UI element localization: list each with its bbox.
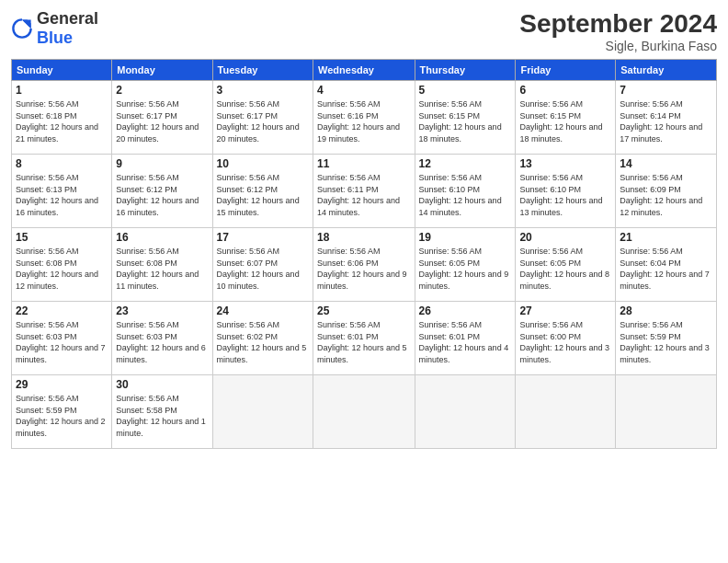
day-detail: Sunrise: 5:56 AM Sunset: 5:59 PM Dayligh… (16, 393, 108, 439)
day-cell-25: 25Sunrise: 5:56 AM Sunset: 6:01 PM Dayli… (313, 302, 415, 375)
day-detail: Sunrise: 5:56 AM Sunset: 6:04 PM Dayligh… (620, 246, 712, 292)
day-detail: Sunrise: 5:56 AM Sunset: 6:03 PM Dayligh… (116, 319, 208, 365)
day-number: 19 (419, 231, 512, 244)
empty-cell (212, 375, 313, 449)
day-detail: Sunrise: 5:56 AM Sunset: 6:16 PM Dayligh… (317, 98, 411, 144)
day-detail: Sunrise: 5:56 AM Sunset: 6:01 PM Dayligh… (419, 319, 512, 365)
day-number: 1 (16, 84, 108, 97)
day-cell-3: 3Sunrise: 5:56 AM Sunset: 6:17 PM Daylig… (212, 81, 313, 155)
day-cell-28: 28Sunrise: 5:56 AM Sunset: 5:59 PM Dayli… (616, 302, 717, 375)
day-number: 17 (217, 231, 309, 244)
day-cell-30: 30Sunrise: 5:56 AM Sunset: 5:58 PM Dayli… (112, 375, 212, 449)
week-row-4: 22Sunrise: 5:56 AM Sunset: 6:03 PM Dayli… (12, 302, 717, 375)
day-cell-16: 16Sunrise: 5:56 AM Sunset: 6:08 PM Dayli… (112, 228, 212, 302)
day-cell-26: 26Sunrise: 5:56 AM Sunset: 6:01 PM Dayli… (415, 302, 516, 375)
week-row-2: 8Sunrise: 5:56 AM Sunset: 6:13 PM Daylig… (12, 155, 717, 228)
day-cell-1: 1Sunrise: 5:56 AM Sunset: 6:18 PM Daylig… (12, 81, 112, 155)
day-detail: Sunrise: 5:56 AM Sunset: 6:12 PM Dayligh… (116, 172, 208, 218)
day-number: 8 (16, 157, 108, 170)
day-detail: Sunrise: 5:56 AM Sunset: 6:08 PM Dayligh… (116, 246, 208, 292)
day-cell-21: 21Sunrise: 5:56 AM Sunset: 6:04 PM Dayli… (616, 228, 717, 302)
day-detail: Sunrise: 5:56 AM Sunset: 6:14 PM Dayligh… (620, 98, 712, 144)
header: General Blue September 2024 Sigle, Burki… (11, 9, 717, 53)
page-container: General Blue September 2024 Sigle, Burki… (0, 0, 728, 456)
location-subtitle: Sigle, Burkina Faso (519, 39, 717, 53)
day-cell-22: 22Sunrise: 5:56 AM Sunset: 6:03 PM Dayli… (12, 302, 112, 375)
day-detail: Sunrise: 5:56 AM Sunset: 5:59 PM Dayligh… (620, 319, 712, 365)
day-number: 15 (16, 231, 108, 244)
day-number: 20 (519, 231, 611, 244)
day-detail: Sunrise: 5:56 AM Sunset: 6:18 PM Dayligh… (16, 98, 108, 144)
weekday-header-thursday: Thursday (415, 60, 516, 81)
day-cell-15: 15Sunrise: 5:56 AM Sunset: 6:08 PM Dayli… (12, 228, 112, 302)
weekday-header-monday: Monday (112, 60, 212, 81)
day-cell-5: 5Sunrise: 5:56 AM Sunset: 6:15 PM Daylig… (415, 81, 516, 155)
day-number: 11 (317, 157, 411, 170)
day-number: 6 (519, 84, 611, 97)
weekday-header-friday: Friday (516, 60, 616, 81)
day-cell-2: 2Sunrise: 5:56 AM Sunset: 6:17 PM Daylig… (112, 81, 212, 155)
weekday-header-saturday: Saturday (616, 60, 717, 81)
day-number: 9 (116, 157, 208, 170)
day-detail: Sunrise: 5:56 AM Sunset: 6:15 PM Dayligh… (419, 98, 512, 144)
day-cell-8: 8Sunrise: 5:56 AM Sunset: 6:13 PM Daylig… (12, 155, 112, 228)
day-number: 26 (419, 304, 512, 317)
day-cell-10: 10Sunrise: 5:56 AM Sunset: 6:12 PM Dayli… (212, 155, 313, 228)
day-cell-18: 18Sunrise: 5:56 AM Sunset: 6:06 PM Dayli… (313, 228, 415, 302)
empty-cell (616, 375, 717, 449)
week-row-1: 1Sunrise: 5:56 AM Sunset: 6:18 PM Daylig… (12, 81, 717, 155)
logo-blue: Blue (37, 29, 73, 47)
day-cell-27: 27Sunrise: 5:56 AM Sunset: 6:00 PM Dayli… (516, 302, 616, 375)
title-block: September 2024 Sigle, Burkina Faso (519, 9, 717, 53)
day-cell-4: 4Sunrise: 5:56 AM Sunset: 6:16 PM Daylig… (313, 81, 415, 155)
day-detail: Sunrise: 5:56 AM Sunset: 6:05 PM Dayligh… (519, 246, 611, 292)
day-cell-9: 9Sunrise: 5:56 AM Sunset: 6:12 PM Daylig… (112, 155, 212, 228)
logo-icon (11, 17, 33, 40)
day-cell-6: 6Sunrise: 5:56 AM Sunset: 6:15 PM Daylig… (516, 81, 616, 155)
weekday-header-tuesday: Tuesday (212, 60, 313, 81)
day-detail: Sunrise: 5:56 AM Sunset: 6:10 PM Dayligh… (519, 172, 611, 218)
day-number: 10 (217, 157, 309, 170)
day-detail: Sunrise: 5:56 AM Sunset: 6:05 PM Dayligh… (419, 246, 512, 292)
empty-cell (415, 375, 516, 449)
day-detail: Sunrise: 5:56 AM Sunset: 6:01 PM Dayligh… (317, 319, 411, 365)
empty-cell (516, 375, 616, 449)
day-number: 30 (116, 378, 208, 391)
day-detail: Sunrise: 5:56 AM Sunset: 6:10 PM Dayligh… (419, 172, 512, 218)
day-detail: Sunrise: 5:56 AM Sunset: 6:12 PM Dayligh… (217, 172, 309, 218)
day-number: 27 (519, 304, 611, 317)
day-cell-12: 12Sunrise: 5:56 AM Sunset: 6:10 PM Dayli… (415, 155, 516, 228)
day-number: 2 (116, 84, 208, 97)
logo-text: General Blue (37, 9, 98, 48)
day-number: 24 (217, 304, 309, 317)
day-detail: Sunrise: 5:56 AM Sunset: 6:06 PM Dayligh… (317, 246, 411, 292)
calendar-table: SundayMondayTuesdayWednesdayThursdayFrid… (11, 59, 717, 449)
day-cell-24: 24Sunrise: 5:56 AM Sunset: 6:02 PM Dayli… (212, 302, 313, 375)
day-number: 3 (217, 84, 309, 97)
day-detail: Sunrise: 5:56 AM Sunset: 6:17 PM Dayligh… (116, 98, 208, 144)
day-number: 14 (620, 157, 712, 170)
day-number: 16 (116, 231, 208, 244)
month-year-title: September 2024 (519, 9, 717, 39)
day-detail: Sunrise: 5:56 AM Sunset: 5:58 PM Dayligh… (116, 393, 208, 439)
day-number: 21 (620, 231, 712, 244)
weekday-header-wednesday: Wednesday (313, 60, 415, 81)
day-number: 23 (116, 304, 208, 317)
day-detail: Sunrise: 5:56 AM Sunset: 6:03 PM Dayligh… (16, 319, 108, 365)
day-cell-23: 23Sunrise: 5:56 AM Sunset: 6:03 PM Dayli… (112, 302, 212, 375)
day-cell-29: 29Sunrise: 5:56 AM Sunset: 5:59 PM Dayli… (12, 375, 112, 449)
day-detail: Sunrise: 5:56 AM Sunset: 6:02 PM Dayligh… (217, 319, 309, 365)
week-row-5: 29Sunrise: 5:56 AM Sunset: 5:59 PM Dayli… (12, 375, 717, 449)
day-number: 29 (16, 378, 108, 391)
day-cell-14: 14Sunrise: 5:56 AM Sunset: 6:09 PM Dayli… (616, 155, 717, 228)
weekday-header-row: SundayMondayTuesdayWednesdayThursdayFrid… (12, 60, 717, 81)
day-number: 13 (519, 157, 611, 170)
empty-cell (313, 375, 415, 449)
logo: General Blue (11, 9, 98, 48)
day-number: 4 (317, 84, 411, 97)
day-cell-20: 20Sunrise: 5:56 AM Sunset: 6:05 PM Dayli… (516, 228, 616, 302)
day-detail: Sunrise: 5:56 AM Sunset: 6:09 PM Dayligh… (620, 172, 712, 218)
week-row-3: 15Sunrise: 5:56 AM Sunset: 6:08 PM Dayli… (12, 228, 717, 302)
day-cell-7: 7Sunrise: 5:56 AM Sunset: 6:14 PM Daylig… (616, 81, 717, 155)
day-detail: Sunrise: 5:56 AM Sunset: 6:15 PM Dayligh… (519, 98, 611, 144)
